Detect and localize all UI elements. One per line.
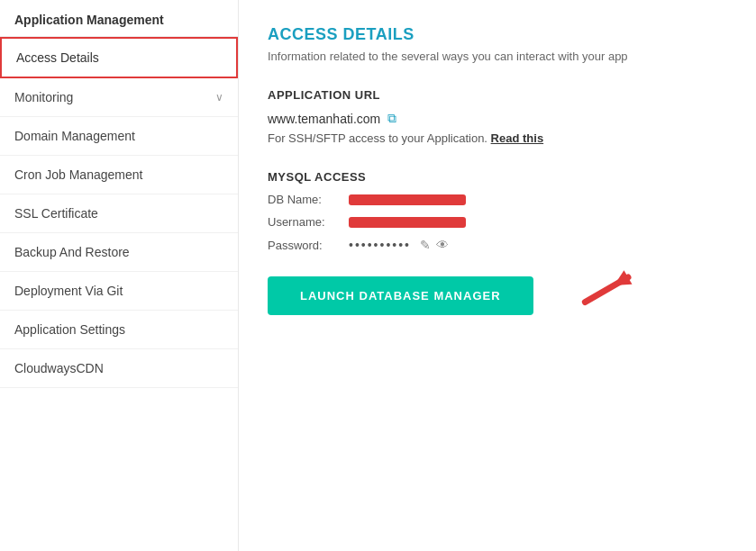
app-url-section: APPLICATION URL www.temanhati.com ⧉ For … [268,88,727,145]
sidebar: Application Management Access Details Mo… [0,0,239,551]
db-name-row: DB Name: [268,193,727,206]
db-name-label: DB Name: [268,193,340,206]
eye-icon[interactable]: 👁 [436,238,449,252]
password-label: Password: [268,239,340,252]
mysql-section-title: MYSQL ACCESS [268,170,727,184]
sidebar-item-access-details[interactable]: Access Details [0,37,238,78]
sidebar-item-label: Deployment Via Git [14,284,123,298]
chevron-down-icon: ∨ [215,91,223,104]
edit-icon[interactable]: ✎ [420,238,431,252]
sidebar-item-label: Application Settings [14,322,125,337]
external-link-icon[interactable]: ⧉ [387,111,396,126]
arrow-container [551,268,633,322]
page-description: Information related to the several ways … [268,50,727,63]
username-row: Username: [268,215,727,229]
launch-btn-row: LAUNCH DATABASE MANAGER [268,268,727,322]
password-dots: •••••••••• [349,238,411,252]
sidebar-item-application-settings[interactable]: Application Settings [0,311,238,349]
page-title: ACCESS DETAILS [268,25,727,44]
read-this-link[interactable]: Read this [491,131,544,145]
sidebar-item-label: Domain Management [14,129,135,143]
sidebar-item-backup-and-restore[interactable]: Backup And Restore [0,233,238,272]
app-url-section-title: APPLICATION URL [268,88,727,102]
app-url-row: www.temanhati.com ⧉ [268,111,727,126]
sidebar-item-label: Backup And Restore [14,245,130,259]
sidebar-item-cron-job-management[interactable]: Cron Job Management [0,156,238,194]
app-url-value: www.temanhati.com [268,112,380,126]
password-row: Password: •••••••••• ✎ 👁 [268,238,727,252]
sidebar-item-label: CloudwaysCDN [14,361,104,375]
mysql-access-section: MYSQL ACCESS DB Name: Username: Password… [268,170,727,322]
main-content: ACCESS DETAILS Information related to th… [239,0,756,551]
sidebar-item-domain-management[interactable]: Domain Management [0,117,238,156]
sidebar-item-label: Monitoring [14,90,73,104]
launch-database-manager-button[interactable]: LAUNCH DATABASE MANAGER [268,276,533,315]
sidebar-item-label: Cron Job Management [14,167,142,182]
sidebar-item-label: SSL Certificate [14,206,98,221]
sidebar-item-monitoring[interactable]: Monitoring ∨ [0,78,238,117]
sidebar-item-deployment-via-git[interactable]: Deployment Via Git [0,272,238,311]
password-icons: ✎ 👁 [420,238,449,252]
db-name-redacted [349,194,466,205]
ssh-note: For SSH/SFTP access to your Application.… [268,131,727,145]
sidebar-item-ssl-certificate[interactable]: SSL Certificate [0,194,238,233]
username-redacted [349,217,466,228]
sidebar-item-label: Access Details [16,50,99,65]
arrow-icon [551,268,633,322]
sidebar-header: Application Management [0,0,238,37]
username-label: Username: [268,215,340,229]
sidebar-item-cloudwayscdn[interactable]: CloudwaysCDN [0,349,238,388]
